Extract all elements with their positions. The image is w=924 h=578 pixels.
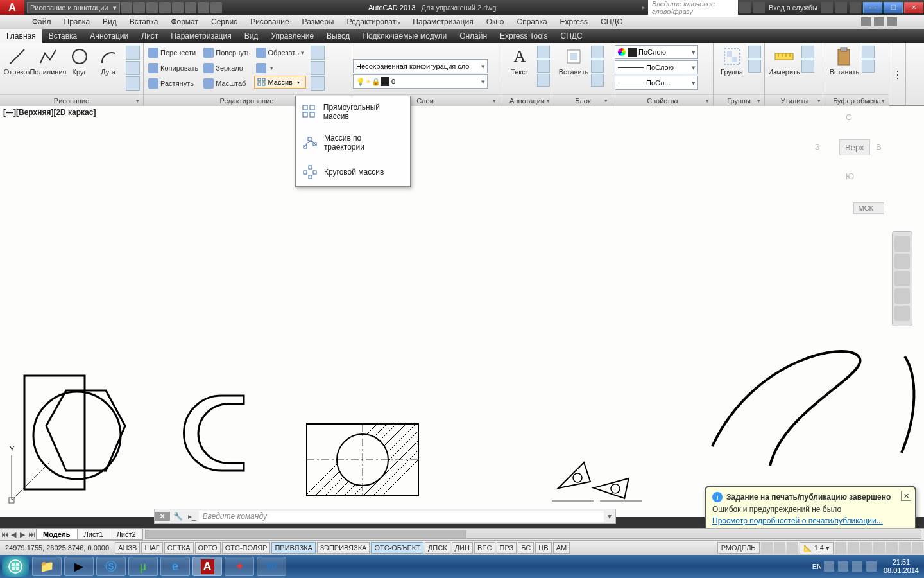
- tb-wmp[interactable]: ▶: [64, 557, 94, 576]
- ltab-last[interactable]: ⏭: [27, 530, 36, 538]
- tab-spds[interactable]: СПДС: [554, 29, 589, 43]
- line-button[interactable]: Отрезок: [3, 45, 31, 76]
- cmd-dropdown-icon[interactable]: ▾: [604, 512, 615, 521]
- menu-view[interactable]: Вид: [96, 17, 123, 26]
- hscroll-thumb[interactable]: [146, 530, 466, 538]
- app-logo[interactable]: A: [0, 0, 24, 15]
- circle-button[interactable]: Круг: [65, 45, 94, 76]
- tb-adobe[interactable]: ✦: [225, 557, 254, 576]
- drawing-area[interactable]: [—][Верхняя][2D каркас] С З Верх В Ю МСК…: [0, 106, 924, 517]
- layer-mini-icon[interactable]: [409, 45, 422, 58]
- close-button[interactable]: ✕: [904, 2, 923, 13]
- status-toggle-сетка[interactable]: СЕТКА: [164, 542, 194, 554]
- layout-tab-1[interactable]: Лист1: [77, 529, 110, 540]
- qat-new-icon[interactable]: [121, 2, 132, 13]
- array-path-item[interactable]: Массив по траектории: [296, 127, 410, 158]
- menu-edit[interactable]: Правка: [58, 17, 97, 26]
- panel-annot-title[interactable]: Аннотации: [501, 94, 554, 106]
- panel-clip-title[interactable]: Буфер обмена: [825, 94, 889, 106]
- menu-dimension[interactable]: Размеры: [296, 17, 341, 26]
- hscrollbar[interactable]: [145, 530, 921, 539]
- menu-file[interactable]: Файл: [26, 17, 58, 26]
- menu-spds[interactable]: СПДС: [594, 17, 629, 26]
- menu-modify[interactable]: Редактировать: [340, 17, 406, 26]
- linetype-dropdown[interactable]: ПоСл...: [615, 76, 698, 90]
- doc-close-icon[interactable]: [887, 17, 897, 26]
- status-icon[interactable]: [899, 542, 911, 554]
- menu-tools[interactable]: Сервис: [205, 17, 244, 26]
- array-button[interactable]: Массив ▾: [254, 76, 307, 89]
- color-dropdown[interactable]: ПоСлою: [615, 45, 698, 59]
- tab-output[interactable]: Вывод: [320, 29, 356, 43]
- paste-button[interactable]: Вставить: [828, 45, 861, 76]
- ltab-next[interactable]: ▶: [18, 530, 27, 539]
- menu-format[interactable]: Формат: [164, 17, 205, 26]
- layout-tab-2[interactable]: Лист2: [110, 529, 143, 540]
- panel-overflow[interactable]: ⋮: [889, 43, 906, 106]
- infocenter-icon[interactable]: [739, 2, 751, 13]
- group-mini-icon[interactable]: [748, 46, 761, 58]
- layer-mini-icon[interactable]: [452, 45, 465, 58]
- panel-props-title[interactable]: Свойства: [612, 94, 713, 106]
- block-mini-icon[interactable]: [591, 46, 604, 58]
- copy-button[interactable]: Копировать: [146, 60, 200, 76]
- arc-button[interactable]: Дуга: [94, 45, 123, 76]
- qat-saveas-icon[interactable]: [159, 2, 171, 13]
- measure-button[interactable]: Измерить: [767, 45, 801, 76]
- tab-plugins[interactable]: Подключаемые модули: [356, 29, 453, 43]
- menu-window[interactable]: Окно: [480, 17, 511, 26]
- cloud-icon[interactable]: [835, 2, 847, 13]
- tray-net-icon[interactable]: [852, 561, 862, 572]
- clock[interactable]: 21:5108.01.2014: [884, 558, 919, 575]
- search-input[interactable]: Введите ключевое слово/фразу: [648, 0, 738, 17]
- status-toggle-бс[interactable]: БС: [518, 542, 534, 554]
- signin-link[interactable]: Вход в службы: [766, 4, 820, 12]
- block-mini-icon[interactable]: [591, 60, 604, 73]
- tray-icon[interactable]: [824, 561, 834, 572]
- tray-flag-icon[interactable]: [838, 561, 848, 572]
- status-icon[interactable]: [848, 542, 859, 554]
- array-polar-item[interactable]: Круговой массив: [296, 158, 410, 186]
- user-icon[interactable]: [753, 2, 765, 13]
- cmd-input[interactable]: Введите команду: [199, 511, 604, 522]
- tab-home[interactable]: Главная: [0, 29, 42, 43]
- maximize-button[interactable]: ☐: [884, 2, 903, 13]
- util-mini-icon[interactable]: [801, 46, 814, 58]
- clip-mini-icon[interactable]: [862, 46, 875, 58]
- status-toggle-дпск[interactable]: ДПСК: [425, 542, 450, 554]
- qat-print-icon[interactable]: [198, 2, 209, 13]
- tb-skype[interactable]: Ⓢ: [96, 557, 126, 576]
- status-toggle-отс-объект[interactable]: ОТС-ОБЪЕКТ: [371, 542, 423, 554]
- status-toggle-привязка[interactable]: ПРИВЯЗКА: [271, 542, 315, 554]
- layer-mini-icon[interactable]: [367, 45, 380, 58]
- menu-help[interactable]: Справка: [511, 17, 554, 26]
- annot-mini-icon[interactable]: [537, 60, 550, 73]
- modify-mini-icon[interactable]: [311, 76, 325, 91]
- status-toggle-вес[interactable]: ВЕС: [474, 542, 495, 554]
- start-button[interactable]: [2, 556, 29, 577]
- qat-redo-icon[interactable]: [185, 2, 196, 13]
- help-icon[interactable]: [850, 2, 861, 13]
- layer-config-dropdown[interactable]: Несохраненная конфигурация сло: [353, 59, 488, 73]
- tray-vol-icon[interactable]: [866, 561, 877, 572]
- status-toggle-ам[interactable]: АМ: [553, 542, 570, 554]
- tb-ie[interactable]: e: [160, 557, 190, 576]
- modify-mini-icon[interactable]: [311, 61, 325, 75]
- status-icon[interactable]: [873, 542, 885, 554]
- status-toggle-цв[interactable]: ЦВ: [535, 542, 551, 554]
- qat-plot-icon[interactable]: [210, 2, 222, 13]
- util-mini-icon[interactable]: [801, 60, 814, 73]
- clip-mini-icon[interactable]: [862, 60, 875, 73]
- annot-mini-icon[interactable]: [537, 74, 550, 87]
- coords-display[interactable]: 24979.1755, 26025.3746, 0.0000: [0, 544, 114, 552]
- draw-mini-icon[interactable]: [126, 61, 140, 75]
- stretch-button[interactable]: Растянуть: [146, 76, 200, 91]
- exchange-icon[interactable]: [821, 2, 833, 13]
- trim-button[interactable]: Обрезать: [254, 45, 307, 60]
- status-toggle-шаг[interactable]: ШАГ: [141, 542, 162, 554]
- status-toggle-3dпривязка[interactable]: 3DПРИВЯЗКА: [317, 542, 370, 554]
- status-toggle-отс-поляр[interactable]: ОТС-ПОЛЯР: [222, 542, 271, 554]
- layer-current-dropdown[interactable]: 💡☀🔒 0: [353, 74, 488, 89]
- workspace-dropdown[interactable]: Рисование и аннотации: [27, 2, 120, 13]
- menu-parametric[interactable]: Параметризация: [406, 17, 479, 26]
